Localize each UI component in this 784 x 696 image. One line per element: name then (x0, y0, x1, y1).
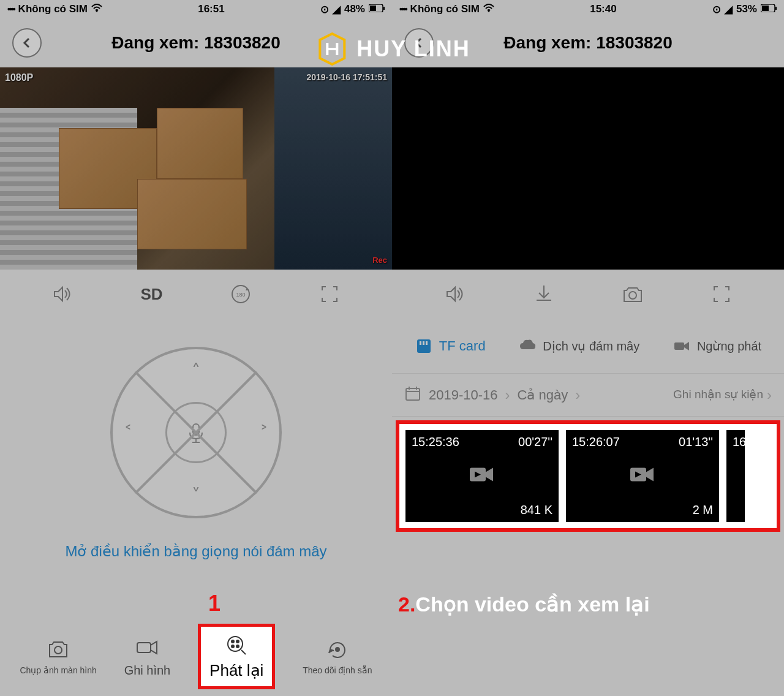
svg-rect-3 (383, 7, 385, 10)
svg-point-10 (232, 640, 234, 643)
rotation-lock-icon: ⊙ (712, 3, 721, 16)
battery-icon (369, 3, 385, 15)
clip-duration: 00'27'' (518, 435, 552, 449)
source-tabs: TF card Dịch vụ đám mây Ngừng phát (392, 319, 784, 374)
location-icon: ◢ (725, 3, 733, 16)
speaker-icon[interactable] (444, 283, 466, 305)
fullscreen-icon[interactable] (710, 283, 733, 305)
wifi-icon (483, 3, 494, 15)
bottom-nav: Chụp ảnh màn hình Ghi hình Phát lại Theo… (0, 616, 392, 696)
video-timestamp: 2019-10-16 17:51:51 (306, 72, 387, 82)
nav-screenshot-label: Chụp ảnh màn hình (20, 665, 96, 675)
video-clip[interactable]: 15:26:07 01'13'' 2 M (566, 430, 719, 522)
clip-size: 2 M (693, 503, 713, 517)
status-bar: •••• Không có SIM 15:40 ⊙ ◢ 53% (392, 0, 784, 18)
svg-rect-24 (674, 342, 684, 350)
events-filter[interactable]: Ghi nhận sự kiện › (673, 387, 772, 404)
source-tf-label: TF card (439, 338, 486, 354)
svg-rect-21 (420, 341, 421, 345)
page-title: Đang xem: 18303820 (111, 33, 281, 53)
svg-rect-2 (370, 6, 376, 11)
page-title: Đang xem: 18303820 (503, 33, 673, 53)
svg-point-15 (488, 10, 489, 12)
signal-icon: •••• (7, 4, 15, 14)
clip-time: 15:26:07 (572, 435, 620, 449)
rotate-180-icon[interactable]: 180 (230, 283, 252, 305)
quality-toggle[interactable]: SD (140, 285, 162, 304)
svg-point-11 (236, 640, 239, 643)
chevron-right-icon: › (575, 387, 580, 404)
live-video-feed[interactable]: 1080P 2019-10-16 17:51:51 Rec (0, 67, 392, 270)
video-clips-list: 15:25:36 00'27'' 841 K 15:26:07 01'13'' … (396, 420, 780, 532)
carrier-label: Không có SIM (410, 3, 480, 15)
svg-text:180: 180 (236, 292, 245, 298)
clip-time: 16 (733, 435, 745, 449)
resolution-badge: 1080P (5, 72, 33, 83)
left-phone-screen: •••• Không có SIM 16:51 ⊙ ◢ 48% Đang xem… (0, 0, 392, 696)
nav-record-label: Ghi hình (124, 664, 171, 678)
source-stop[interactable]: Ngừng phát (673, 337, 761, 355)
nav-preset[interactable]: Theo dõi định sẵn (303, 637, 372, 675)
nav-playback-label: Phát lại (209, 661, 263, 680)
source-cloud[interactable]: Dịch vụ đám mây (518, 337, 639, 355)
battery-icon (761, 3, 777, 15)
wifi-icon (91, 3, 102, 15)
watermark-logo: HUY LINH (314, 31, 470, 67)
filter-date[interactable]: 2019-10-16 (429, 387, 498, 403)
chevron-right-icon: › (767, 387, 772, 404)
playback-video-area[interactable] (392, 67, 784, 270)
speaker-icon[interactable] (51, 283, 74, 305)
ptz-left-icon[interactable]: ˂ (124, 423, 132, 443)
annotation-step-1: 1 (208, 591, 221, 616)
camera-icon[interactable] (622, 283, 644, 305)
rec-indicator: Rec (372, 255, 387, 265)
rotation-lock-icon: ⊙ (320, 3, 329, 16)
nav-screenshot[interactable]: Chụp ảnh màn hình (20, 637, 96, 675)
events-label: Ghi nhận sự kiện (673, 388, 763, 401)
annotation-text: Chọn video cần xem lại (415, 592, 649, 616)
source-stop-label: Ngừng phát (697, 339, 761, 353)
svg-point-7 (55, 646, 62, 654)
svg-rect-18 (775, 7, 777, 10)
video-play-icon (629, 466, 656, 487)
svg-point-9 (228, 637, 243, 651)
battery-percent: 53% (736, 3, 757, 15)
svg-rect-25 (406, 388, 420, 400)
svg-rect-22 (423, 341, 424, 345)
annotation-step-2: 2.Chọn video cần xem lại (398, 592, 650, 616)
back-button[interactable] (12, 28, 42, 58)
ptz-wheel[interactable]: ˄ ˅ ˂ ˃ (110, 347, 282, 518)
download-icon[interactable] (533, 283, 555, 305)
svg-point-14 (336, 648, 339, 651)
svg-point-19 (629, 292, 636, 299)
voice-control-link[interactable]: Mở điều khiển bằng giọng nói đám mây (65, 543, 326, 560)
playback-controls (392, 270, 784, 319)
logo-icon (314, 31, 350, 67)
nav-playback[interactable]: Phát lại (198, 624, 275, 689)
video-clip[interactable]: 16 (726, 430, 745, 522)
carrier-label: Không có SIM (18, 3, 88, 15)
video-controls: SD 180 (0, 270, 392, 319)
calendar-icon (404, 385, 421, 406)
annotation-num: 2. (398, 592, 415, 616)
clock-label: 15:40 (590, 3, 616, 15)
date-filter-row: 2019-10-16 › Cả ngày › Ghi nhận sự kiện … (392, 374, 784, 417)
svg-rect-17 (762, 6, 769, 11)
clip-time: 15:25:36 (412, 435, 459, 449)
svg-point-13 (236, 645, 239, 648)
video-play-icon (469, 466, 496, 487)
clip-size: 841 K (521, 503, 552, 517)
ptz-up-icon[interactable]: ˄ (192, 360, 200, 380)
source-tf-card[interactable]: TF card (415, 337, 486, 355)
nav-record[interactable]: Ghi hình (124, 635, 171, 678)
svg-point-12 (232, 645, 234, 648)
ptz-down-icon[interactable]: ˅ (192, 485, 200, 505)
ptz-control-area: ˄ ˅ ˂ ˃ Mở điều khiển bằng giọng nói đám… (0, 319, 392, 588)
filter-range[interactable]: Cả ngày (518, 387, 568, 403)
ptz-right-icon[interactable]: ˃ (260, 423, 268, 443)
svg-point-0 (96, 10, 97, 12)
status-bar: •••• Không có SIM 16:51 ⊙ ◢ 48% (0, 0, 392, 18)
video-clip[interactable]: 15:25:36 00'27'' 841 K (405, 430, 559, 522)
source-cloud-label: Dịch vụ đám mây (543, 339, 639, 353)
fullscreen-icon[interactable] (318, 283, 341, 305)
